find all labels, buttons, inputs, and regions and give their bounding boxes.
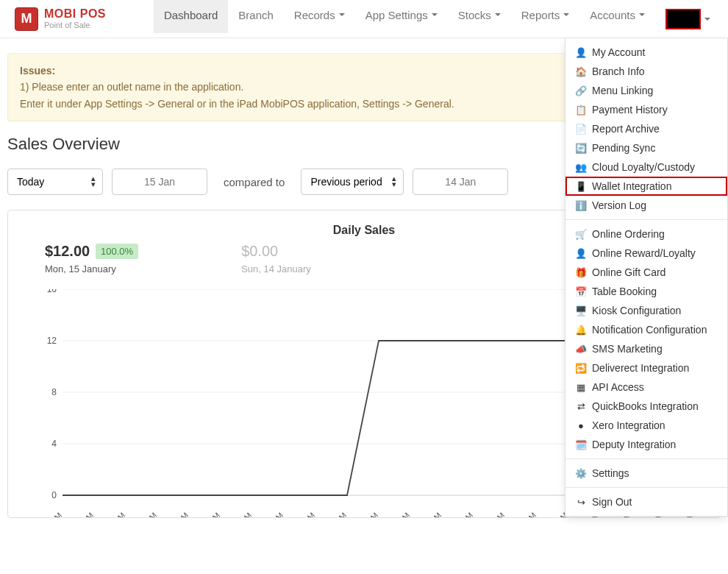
pct-badge: 100.0% [96, 244, 138, 259]
svg-text::00 PM: :00 PM [450, 511, 474, 517]
nav-app-settings[interactable]: App Settings [355, 0, 448, 33]
svg-text::00 AM: :00 AM [135, 511, 159, 517]
alert-line2: Enter it under App Settings -> General o… [20, 98, 454, 110]
menu-item-branch-info[interactable]: 🏠Branch Info [565, 62, 727, 81]
menu-item-label: Settings [592, 467, 629, 479]
chevron-down-icon [339, 13, 345, 16]
sms-marketing-icon: 📣 [576, 344, 586, 355]
menu-item-label: Kiosk Configuration [592, 305, 681, 316]
menu-item-label: Table Booking [592, 286, 657, 297]
version-log-icon: ℹ️ [576, 200, 586, 211]
menu-item-kiosk-config[interactable]: 🖥️Kiosk Configuration [565, 301, 727, 320]
compared-to-label: compared to [216, 176, 292, 188]
menu-item-label: QuickBooks Integration [592, 400, 699, 412]
nav-reports[interactable]: Reports [511, 0, 580, 33]
branch-info-icon: 🏠 [576, 66, 586, 77]
menu-item-xero[interactable]: ●Xero Integration [565, 416, 727, 435]
brand-subtitle: Point of Sale [44, 21, 106, 29]
current-amount: $12.00 [45, 243, 90, 259]
menu-item-label: Branch Info [592, 65, 645, 77]
user-dropdown-menu: 👤My Account🏠Branch Info🔗Menu Linking📋Pay… [565, 38, 728, 517]
api-access-icon: ▦ [576, 382, 586, 393]
menu-item-label: Report Archive [592, 123, 660, 135]
menu-item-sign-out[interactable]: ↪Sign Out [565, 492, 727, 511]
menu-item-version-log[interactable]: ℹ️Version Log [565, 196, 727, 215]
online-ordering-icon: 🛒 [576, 229, 586, 240]
menu-item-label: Payment History [592, 104, 668, 116]
svg-text::00 AM: :00 AM [229, 511, 254, 517]
svg-text::00 AM: :00 AM [71, 511, 96, 517]
svg-text::00 AM: :00 AM [166, 511, 190, 517]
nav-records[interactable]: Records [284, 0, 355, 33]
svg-text:4: 4 [51, 439, 57, 449]
menu-item-my-account[interactable]: 👤My Account [565, 43, 727, 62]
nav-stocks[interactable]: Stocks [448, 0, 511, 33]
menu-item-sms-marketing[interactable]: 📣SMS Marketing [565, 339, 727, 358]
menu-item-online-gift-card[interactable]: 🎁Online Gift Card [565, 263, 727, 282]
svg-text::00 AM: :00 AM [293, 511, 317, 517]
menu-linking-icon: 🔗 [576, 85, 586, 96]
menu-item-deliverect[interactable]: 🔁Deliverect Integration [565, 358, 727, 378]
menu-item-quickbooks[interactable]: ⇄QuickBooks Integration [565, 397, 727, 416]
alert-line1: 1) Please enter an outlet name in the ap… [20, 81, 243, 93]
svg-text::00 AM: :00 AM [324, 511, 349, 517]
menu-item-payment-history[interactable]: 📋Payment History [565, 100, 727, 119]
nav-user-menu[interactable] [655, 0, 721, 41]
menu-item-pending-sync[interactable]: 🔄Pending Sync [565, 138, 727, 157]
menu-item-report-archive[interactable]: 📄Report Archive [565, 119, 727, 138]
menu-item-label: Deputy Integration [592, 439, 676, 450]
menu-item-label: Xero Integration [592, 419, 665, 431]
menu-item-api-access[interactable]: ▦API Access [565, 378, 727, 397]
svg-text::00 PM: :00 PM [418, 511, 443, 517]
my-account-icon: 👤 [576, 47, 586, 58]
brand-link[interactable]: M MOBI POS Point of Sale [7, 7, 113, 31]
menu-item-online-reward[interactable]: 👤Online Reward/Loyalty [565, 244, 727, 263]
svg-text::00 PM: :00 PM [387, 511, 411, 517]
menu-item-cloud-loyalty[interactable]: 👥Cloud Loyalty/Custody [565, 157, 727, 177]
menu-item-table-booking[interactable]: 📅Table Booking [565, 282, 727, 301]
chevron-down-icon [639, 13, 645, 16]
menu-item-label: Pending Sync [592, 142, 655, 154]
quickbooks-icon: ⇄ [576, 401, 586, 412]
notification-config-icon: 🔔 [576, 325, 586, 336]
payment-history-icon: 📋 [576, 104, 586, 116]
svg-text::00 AM: :00 AM [103, 511, 127, 517]
wallet-integration-icon: 📱 [576, 181, 586, 192]
menu-item-label: Wallet Integration [592, 180, 671, 192]
online-reward-icon: 👤 [576, 248, 586, 259]
sign-out-icon: ↪ [576, 497, 586, 508]
menu-item-label: API Access [592, 381, 644, 393]
nav-branch[interactable]: Branch [228, 0, 284, 33]
compare-mode-select[interactable]: Previous period [301, 169, 404, 195]
settings-icon: ⚙️ [576, 468, 586, 479]
kiosk-config-icon: 🖥️ [576, 305, 586, 316]
menu-item-label: Version Log [592, 199, 646, 211]
date-compare-input[interactable] [413, 169, 508, 195]
svg-text:16: 16 [47, 289, 57, 294]
menu-item-settings[interactable]: ⚙️Settings [565, 464, 727, 483]
deliverect-icon: 🔁 [576, 363, 586, 374]
date-from-input[interactable] [112, 169, 207, 195]
menu-item-menu-linking[interactable]: 🔗Menu Linking [565, 81, 727, 100]
menu-item-deputy[interactable]: 🗓️Deputy Integration [565, 435, 727, 454]
menu-item-label: Online Ordering [592, 228, 665, 240]
svg-text::00 AM: :00 AM [40, 511, 64, 517]
menu-item-label: Menu Linking [592, 85, 653, 96]
menu-item-notification-config[interactable]: 🔔Notification Configuration [565, 320, 727, 339]
menu-item-wallet-integration[interactable]: 📱Wallet Integration [565, 177, 727, 196]
compare-stat: $0.00 Sun, 14 January [241, 243, 311, 274]
table-booking-icon: 📅 [576, 286, 586, 297]
navbar: M MOBI POS Point of Sale Dashboard Branc… [0, 0, 728, 38]
nav-accounts[interactable]: Accounts [579, 0, 655, 33]
menu-item-label: Deliverect Integration [592, 362, 689, 374]
svg-text::00 PM: :00 PM [513, 511, 538, 517]
cloud-loyalty-icon: 👥 [576, 162, 586, 173]
menu-item-label: Notification Configuration [592, 324, 707, 336]
menu-item-label: Online Reward/Loyalty [592, 247, 696, 259]
nav-dashboard[interactable]: Dashboard [154, 0, 228, 33]
menu-item-online-ordering[interactable]: 🛒Online Ordering [565, 224, 727, 244]
svg-text:12: 12 [47, 336, 57, 346]
chevron-down-icon [563, 13, 569, 16]
menu-divider [565, 458, 727, 459]
range-select[interactable]: Today [7, 169, 103, 195]
